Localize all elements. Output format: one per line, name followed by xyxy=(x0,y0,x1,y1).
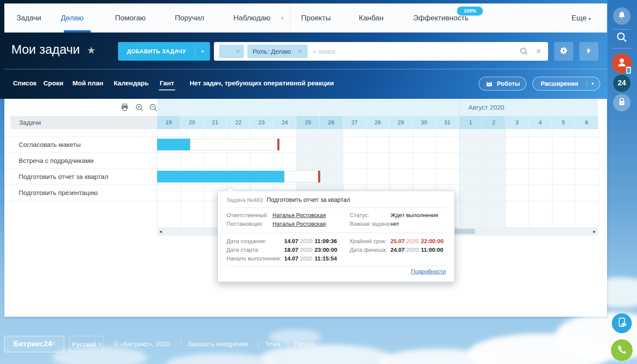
deadline-label: Крайний срок: xyxy=(350,238,387,244)
day-cell: 30 xyxy=(413,116,436,129)
status-notice: Нет задач, требующих оперативной реакции xyxy=(190,76,334,90)
theme-link[interactable]: Тема xyxy=(265,336,280,352)
task-name[interactable]: Подготовить отчет за квартал xyxy=(4,169,108,185)
view-tab-calendar[interactable]: Календарь xyxy=(114,76,149,90)
creator-label: Постановщик: xyxy=(227,221,263,227)
view-tab-myplan[interactable]: Мой план xyxy=(72,76,103,90)
gantt-bar[interactable] xyxy=(157,139,190,150)
avatar[interactable] xyxy=(612,53,632,73)
telephony-button[interactable] xyxy=(611,339,633,361)
search-clear-icon[interactable]: × xyxy=(536,46,541,56)
zoom-in-icon[interactable] xyxy=(135,104,144,114)
print-icon[interactable] xyxy=(121,104,129,113)
caret-down-icon: ▾ xyxy=(589,16,591,21)
task-row[interactable]: Согласовать макеты xyxy=(4,137,598,153)
robot-icon xyxy=(485,80,493,87)
search-placeholder: + поиск xyxy=(313,48,335,55)
favorite-star-icon[interactable]: ★ xyxy=(87,45,96,56)
copyright-text: © «Битрикс», 2020 xyxy=(114,336,170,352)
add-task-caret-icon[interactable]: ▾ xyxy=(195,46,210,57)
task-row[interactable]: Встреча с подрядчиками xyxy=(4,153,598,169)
day-cell: 21 xyxy=(204,116,227,129)
robots-button[interactable]: Роботы xyxy=(479,77,526,91)
active-tab-underline xyxy=(64,30,91,32)
gantt-bar-track[interactable] xyxy=(190,139,278,150)
view-tab-deadlines[interactable]: Сроки xyxy=(43,76,63,90)
task-name[interactable]: Подготовить презентацию xyxy=(4,185,98,201)
day-cell: 27 xyxy=(343,116,366,129)
caret-down-icon: ▾ xyxy=(99,342,101,346)
filter-role-label: Роль: Делаю xyxy=(253,48,291,55)
efficiency-badge: 100% xyxy=(457,6,483,16)
filter-counter-chip[interactable]: × xyxy=(219,45,244,58)
phone-icon xyxy=(617,344,627,356)
day-cell: 31 xyxy=(436,116,459,129)
tab-kanban[interactable]: Канбан xyxy=(359,3,384,32)
footer-divider xyxy=(181,341,181,348)
chip-close-icon[interactable]: × xyxy=(298,47,302,56)
search-input[interactable]: × Роль: Делаю × + поиск × xyxy=(214,42,548,61)
order-implementation-link[interactable]: Заказать внедрение xyxy=(187,336,249,352)
tab-watching[interactable]: Наблюдаю xyxy=(233,3,270,32)
nav-divider xyxy=(290,3,290,32)
caret-down-icon[interactable]: ▾ xyxy=(591,81,594,86)
search-icon xyxy=(616,32,627,45)
grid-line xyxy=(575,129,575,227)
task-title: Подготовить отчет за квартал xyxy=(266,196,350,203)
tab-tasks[interactable]: Задачи xyxy=(16,3,41,32)
start-date-label: Дата старта: xyxy=(227,247,259,253)
grid-line xyxy=(506,129,506,227)
notifications-button[interactable] xyxy=(613,7,630,25)
deadline-marker xyxy=(318,171,320,182)
view-tab-list[interactable]: Список xyxy=(13,76,36,90)
filter-role-chip[interactable]: Роль: Делаю × xyxy=(247,45,308,58)
important-value: нет xyxy=(391,221,399,227)
lock-icon xyxy=(617,97,626,108)
bitrix24-logo-button[interactable]: Битрикс24© xyxy=(4,336,64,352)
task-name[interactable]: Встреча с подрядчиками xyxy=(4,153,94,169)
view-tab-gantt[interactable]: Гант xyxy=(160,76,174,90)
status-label: Статус: xyxy=(350,212,369,218)
gantt-bar[interactable] xyxy=(157,171,284,182)
sidebar-search-button[interactable] xyxy=(616,32,628,44)
details-link[interactable]: Подробности xyxy=(411,268,446,275)
lock-button[interactable] xyxy=(613,94,630,111)
scroll-left-icon[interactable]: ◂ xyxy=(159,227,162,236)
tab-doing[interactable]: Делаю xyxy=(61,3,84,32)
responsible-link[interactable]: Наталья Ростовская xyxy=(273,212,326,218)
extensions-label: Расширения xyxy=(541,80,578,87)
task-tooltip: Задача №483:Подготовить отчет за квартал… xyxy=(217,191,455,282)
sidebar-divider xyxy=(613,48,631,49)
search-icon[interactable] xyxy=(520,47,528,57)
extensions-button[interactable]: Расширения ▾ xyxy=(532,77,600,91)
task-id-label: Задача №483: xyxy=(227,197,264,203)
bitrix24-badge[interactable]: 24 xyxy=(613,75,630,92)
settings-button[interactable] xyxy=(554,42,573,61)
task-name[interactable]: Согласовать макеты xyxy=(4,137,81,153)
created-value: 14.07.202011:09:36 xyxy=(284,238,337,244)
mobile-app-button[interactable] xyxy=(612,313,632,333)
pill-divider xyxy=(587,80,587,87)
tab-delegated[interactable]: Поручил xyxy=(175,3,204,32)
collapse-chevron-icon[interactable]: ‹ xyxy=(281,3,284,32)
add-task-button[interactable]: ДОБАВИТЬ ЗАДАЧУ ▾ xyxy=(118,42,210,61)
grid-line xyxy=(459,129,460,227)
chip-close-icon[interactable]: × xyxy=(236,47,240,56)
print-link[interactable]: Печать xyxy=(295,336,316,352)
creator-link[interactable]: Наталья Ростовская xyxy=(273,221,326,227)
scroll-right-icon[interactable]: ▸ xyxy=(593,227,596,236)
gantt-bar-track[interactable] xyxy=(284,171,319,182)
language-button[interactable]: Русский ▾ xyxy=(69,336,103,352)
automation-button[interactable] xyxy=(579,42,598,61)
deadline-marker xyxy=(277,139,279,150)
footer-divider xyxy=(288,341,288,348)
zoom-out-icon[interactable] xyxy=(149,104,158,114)
tab-more[interactable]: Еще▾ xyxy=(571,3,591,32)
lightning-icon xyxy=(584,46,593,57)
tab-projects[interactable]: Проекты xyxy=(301,3,331,32)
tab-helping[interactable]: Помогаю xyxy=(115,3,146,32)
add-task-label: ДОБАВИТЬ ЗАДАЧУ xyxy=(118,48,195,55)
grid-line xyxy=(482,129,483,227)
day-cell: 2 xyxy=(482,116,506,129)
exec-start-value: 14.07.202011:15:54 xyxy=(284,255,337,262)
